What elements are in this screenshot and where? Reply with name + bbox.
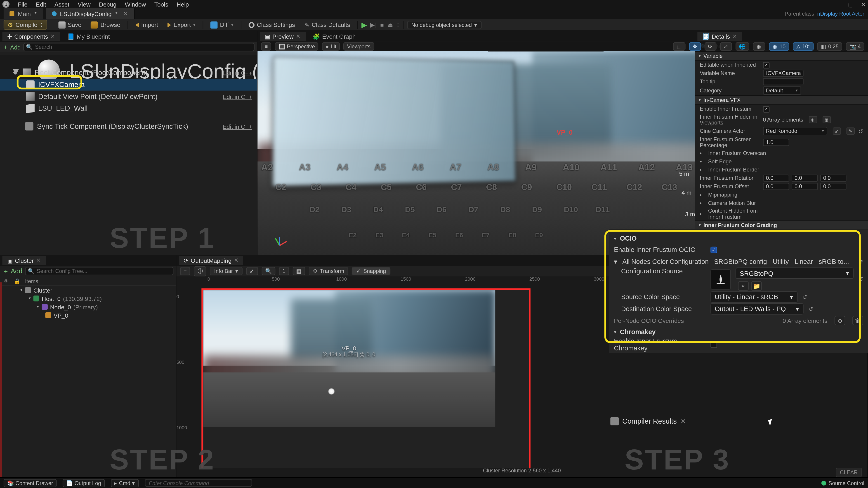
om-transform-button[interactable]: ✥ Transform — [309, 267, 348, 275]
cluster-search-input[interactable]: 🔍Search Config Tree... — [25, 267, 174, 275]
cluster-resolution-frame[interactable]: VP_0 [2,464 x 1,056] @ 0, 0 — [202, 288, 530, 468]
array-clear-icon[interactable]: 🗑 — [852, 316, 863, 325]
menu-tools[interactable]: Tools — [154, 1, 168, 7]
dest-color-dropdown[interactable]: Output - LED Walls - PQ▾ — [710, 303, 803, 314]
cluster-node[interactable]: ▾Node_0 (Primary) — [0, 303, 176, 311]
tab-asset[interactable]: LSUnDisplayConfig* ✕ — [46, 8, 135, 19]
category-dropdown[interactable]: Default▾ — [763, 86, 801, 95]
content-drawer-button[interactable]: 📚 Content Drawer — [4, 479, 57, 487]
select-mode-icon[interactable]: ⬚ — [673, 42, 685, 51]
perspective-button[interactable]: 🔳 Perspective — [275, 42, 318, 51]
tab-close-icon[interactable]: ✕ — [733, 33, 737, 39]
tab-close-icon[interactable]: ✕ — [680, 417, 686, 425]
source-control-button[interactable]: Source Control — [822, 480, 864, 486]
component-root-scene[interactable]: ▾Root Component (RootComponent)Edit in C… — [0, 67, 257, 78]
component-icvfx-camera[interactable]: ICVFXCamera — [0, 78, 257, 91]
menu-edit[interactable]: Edit — [36, 1, 46, 7]
menu-window[interactable]: Window — [125, 1, 146, 7]
viewport-options-button[interactable]: ≡ — [261, 42, 272, 51]
reset-icon[interactable]: ↺ — [808, 305, 813, 312]
cmd-type-select[interactable]: ▸ Cmd ▾ — [111, 479, 138, 487]
ocio-header[interactable]: ▾OCIO — [614, 233, 863, 243]
scale-mode-icon[interactable]: ⤢ — [720, 42, 732, 51]
om-zoom-icon[interactable]: 🔍 — [261, 267, 275, 275]
rot-x[interactable] — [763, 175, 789, 182]
om-snapping-button[interactable]: ✓ Snapping — [352, 267, 390, 275]
menu-asset[interactable]: Asset — [55, 1, 69, 7]
viewports-button[interactable]: Viewports — [344, 42, 374, 51]
om-options-icon[interactable]: ≡ — [180, 267, 190, 275]
array-clear-icon[interactable]: 🗑 — [822, 116, 831, 123]
category-color-grading[interactable]: ▾Inner Frustum Color Grading — [695, 221, 868, 230]
om-fit-icon[interactable]: ⤢ — [246, 267, 258, 275]
tab-event-graph[interactable]: 🧩 Event Graph — [308, 32, 360, 41]
category-icvfx[interactable]: ▾In-Camera VFX — [695, 95, 868, 105]
world-local-icon[interactable]: 🌐 — [736, 42, 749, 51]
tab-close-icon[interactable]: ✕ — [123, 11, 128, 17]
component-default-view-point[interactable]: Default View Point (DefaultViewPoint)Edi… — [0, 91, 257, 103]
output-log-button[interactable]: 📄 Output Log — [63, 479, 105, 487]
om-1to1-icon[interactable]: 1 — [279, 267, 289, 275]
translate-mode-icon[interactable]: ✥ — [689, 42, 701, 51]
rot-z[interactable] — [820, 175, 846, 182]
cluster-add-button[interactable]: ＋ Add — [2, 267, 23, 275]
config-source-dropdown[interactable]: SRGBtoPQ▾ — [736, 267, 854, 279]
compiler-results-tab[interactable]: Compiler Results ✕ — [610, 415, 861, 427]
cine-camera-dropdown[interactable]: Red Komodo▾ — [763, 127, 827, 135]
cluster-root[interactable]: ▾Cluster — [0, 286, 176, 294]
tab-cluster[interactable]: ▣ Cluster✕ — [2, 256, 46, 265]
enable-ocio-checkbox[interactable] — [710, 246, 717, 253]
array-add-icon[interactable]: ⊕ — [835, 316, 845, 325]
camera-speed-value[interactable]: 📷 4 — [846, 42, 864, 51]
class-defaults-button[interactable]: ✎Class Defaults — [301, 20, 353, 29]
source-color-dropdown[interactable]: Utility - Linear - sRGB▾ — [710, 291, 798, 302]
lock-icon[interactable]: 🔒 — [14, 278, 20, 284]
reset-icon[interactable]: ↺ — [802, 293, 807, 300]
screen-pct-input[interactable] — [763, 139, 789, 146]
tab-close-icon[interactable]: ✕ — [51, 33, 55, 39]
cluster-viewport[interactable]: VP_0 — [0, 311, 176, 320]
menu-view[interactable]: View — [78, 1, 91, 7]
open-folder-icon[interactable]: 📁 — [751, 281, 762, 291]
surface-snap-icon[interactable]: ▦ — [753, 42, 765, 51]
component-lsu-led-wall[interactable]: LSU_LED_Wall — [0, 103, 257, 115]
menu-file[interactable]: File — [18, 1, 28, 7]
maximize-icon[interactable]: ▢ — [848, 1, 854, 7]
om-grid-icon[interactable]: ▦ — [292, 267, 305, 275]
scale-snap-value[interactable]: ◧ 0.25 — [817, 42, 842, 51]
components-search-input[interactable]: 🔍Search — [23, 43, 254, 51]
use-selected-icon[interactable]: ⤢ — [833, 127, 841, 135]
category-variable[interactable]: ▾Variable — [695, 51, 868, 61]
tooltip-input[interactable] — [763, 78, 803, 85]
om-info-bar[interactable]: Info Bar ▾ — [210, 267, 243, 275]
array-add-icon[interactable]: ⊕ — [809, 116, 817, 123]
tab-details[interactable]: 🧾 Details✕ — [698, 32, 742, 41]
import-button[interactable]: Import — [131, 20, 162, 29]
component-sync-tick[interactable]: Sync Tick Component (DisplayClusterSyncT… — [0, 121, 257, 132]
class-settings-button[interactable]: Class Settings — [245, 20, 299, 29]
visibility-icon[interactable]: 👁 — [4, 278, 9, 284]
om-info-icon[interactable]: ⓘ — [194, 266, 206, 276]
reset-icon[interactable]: ↺ — [858, 258, 863, 265]
variable-name-input[interactable] — [763, 70, 803, 77]
browse-to-asset-icon[interactable]: ⌖ — [738, 281, 749, 291]
enable-chromakey-checkbox[interactable] — [710, 341, 717, 348]
close-icon[interactable]: ✕ — [861, 1, 866, 7]
tab-components[interactable]: ✚ Components✕ — [2, 32, 60, 41]
parent-class-link[interactable]: nDisplay Root Actor — [817, 11, 864, 17]
viewport-region[interactable] — [203, 290, 495, 427]
off-x[interactable] — [763, 183, 789, 190]
off-y[interactable] — [792, 183, 818, 190]
rot-y[interactable] — [792, 175, 818, 182]
tab-my-blueprint[interactable]: 📘 My Blueprint — [62, 32, 115, 41]
add-component-button[interactable]: ＋ Add — [2, 43, 21, 51]
config-asset-thumb[interactable] — [710, 269, 731, 289]
reset-icon[interactable]: ↺ — [858, 276, 863, 283]
debug-object-select[interactable]: No debug object selected▾ — [407, 21, 482, 29]
edit-cpp-link[interactable]: Edit in C++ — [223, 123, 252, 130]
compile-button[interactable]: ⚙Compile⫶ — [4, 20, 47, 30]
tab-preview[interactable]: ▣ Preview✕ — [260, 32, 306, 41]
off-z[interactable] — [820, 183, 846, 190]
reset-icon[interactable]: ↺ — [858, 128, 863, 134]
chromakey-header[interactable]: ▾Chromakey — [614, 326, 863, 337]
